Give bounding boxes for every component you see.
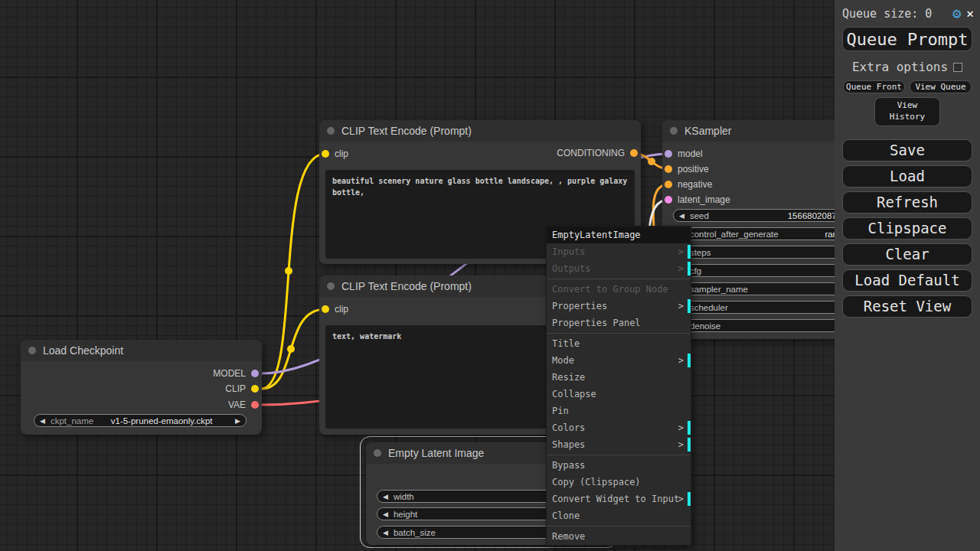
widget-label: ckpt_name [51,416,93,425]
menu-item-shapes[interactable]: Shapes > [547,436,691,453]
menu-item-mode[interactable]: Mode > [547,352,691,369]
left-arrow-icon[interactable]: ◀ [383,529,388,536]
node-canvas[interactable]: CLIP Text Encode (Prompt) clip CONDITION… [0,0,980,551]
widget-label: steps [690,248,711,257]
menu-item-remove[interactable]: Remove [547,528,691,545]
queue-front-button[interactable]: Queue Front [843,80,905,93]
port-label: positive [678,164,709,174]
model-port-dot-icon[interactable] [665,150,672,158]
node-title: Load Checkpoint [43,344,123,357]
widget-label: scheduler [690,303,728,312]
submenu-bar [688,262,691,276]
left-arrow-icon[interactable]: ◀ [383,510,388,518]
link-dot-icon[interactable] [648,158,655,165]
close-icon[interactable]: ✕ [966,8,974,20]
clipspace-button[interactable]: Clipspace [842,217,972,240]
comfyui-app: CLIP Text Encode (Prompt) clip CONDITION… [0,0,980,551]
port-label: model [678,148,703,159]
menu-item-convert-widget-to-input[interactable]: Convert Widget to Input > [547,491,691,507]
collapse-dot-icon[interactable] [670,127,678,135]
widget-scheduler[interactable]: ◀ scheduler ▶ [673,301,858,314]
widget-control-after-generate[interactable]: ◀ control_after_generate randomize ▶ [673,227,858,240]
port-label: CLIP [225,383,246,394]
menu-item-outputs: Outputs > [547,260,691,277]
link-dot-icon[interactable] [285,267,292,275]
submenu-bar [688,354,691,367]
node-title: KSampler [684,125,731,137]
queue-buttons-row: Queue Front View Queue [843,80,972,93]
left-arrow-icon[interactable]: ◀ [383,493,388,500]
collapse-dot-icon[interactable] [374,449,381,457]
menu-item-title[interactable]: Title [547,335,691,352]
clear-button[interactable]: Clear [842,243,972,266]
menu-separator [547,455,691,455]
latent-port-dot-icon[interactable] [665,196,672,204]
widget-cfg[interactable]: ◀ cfg ▶ [673,264,858,277]
input-port-positive[interactable]: positive [665,164,709,174]
clip-port-dot-icon[interactable] [322,150,329,158]
sidebar-header: Queue size: 0 ⚙ ✕ [835,0,980,21]
menu-item-pin[interactable]: Pin [547,403,691,419]
port-label: MODEL [213,368,246,379]
collapse-dot-icon[interactable] [327,282,335,290]
widget-label: cfg [690,266,701,276]
input-port-clip[interactable]: clip [322,304,348,315]
menu-item-properties[interactable]: Properties > [547,298,691,315]
load-button[interactable]: Load [842,165,972,187]
menu-item-properties-panel[interactable]: Properties Panel [547,315,691,331]
widget-ckpt-name[interactable]: ◀ ckpt_name v1-5-pruned-emaonly.ckpt ▶ [34,414,247,427]
view-history-button[interactable]: View History [874,97,940,126]
widget-value: 15668020871 [709,211,841,220]
link-dot-icon[interactable] [287,345,295,353]
output-port-vae[interactable]: VAE [228,399,259,410]
clip-port-dot-icon[interactable] [322,305,329,313]
output-port-model[interactable]: MODEL [213,368,259,379]
view-queue-button[interactable]: View Queue [910,80,972,93]
left-arrow-icon[interactable]: ◀ [40,417,45,425]
right-arrow-icon[interactable]: ▶ [235,417,240,425]
collapse-dot-icon[interactable] [28,347,36,354]
left-arrow-icon[interactable]: ◀ [679,212,684,220]
submenu-bar [688,421,691,435]
submenu-arrow-icon: > [678,298,684,315]
node-title-bar[interactable]: CLIP Text Encode (Prompt) [319,120,641,142]
widget-label: control_after_generate [690,230,779,239]
node-title-bar[interactable]: Load Checkpoint [21,340,262,361]
submenu-bar [688,492,691,506]
queue-size-label: Queue size: 0 [842,7,947,21]
menu-item-colors[interactable]: Colors > [547,419,691,436]
extra-options-checkbox[interactable] [953,63,962,72]
widget-seed[interactable]: ◀ seed 15668020871 ▶ [673,209,858,222]
port-label: clip [335,148,348,159]
port-label: negative [678,179,712,190]
input-port-negative[interactable]: negative [665,179,712,190]
reset-view-button[interactable]: Reset View [842,295,972,318]
conditioning-port-dot-icon[interactable] [665,181,672,188]
queue-prompt-button[interactable]: Queue Prompt [842,27,972,51]
widget-sampler-name[interactable]: ◀ sampler_name ▶ [673,282,858,295]
widget-label: denoise [690,321,720,331]
widget-steps[interactable]: ◀ steps ▶ [673,246,858,259]
menu-item-resize[interactable]: Resize [547,369,691,386]
vae-port-dot-icon[interactable] [251,401,259,409]
model-port-dot-icon[interactable] [251,370,259,377]
refresh-button[interactable]: Refresh [842,191,972,214]
input-port-clip[interactable]: clip [322,148,348,159]
menu-item-clone[interactable]: Clone [547,507,691,524]
output-port-clip[interactable]: CLIP [225,383,259,394]
settings-gear-icon[interactable]: ⚙ [952,6,961,21]
menu-item-collapse[interactable]: Collapse [547,386,691,403]
input-port-model[interactable]: model [665,148,703,159]
menu-item-copy-clipspace[interactable]: Copy (Clipspace) [547,474,691,491]
submenu-bar [688,245,691,259]
input-port-latent-image[interactable]: latent_image [665,194,730,205]
conditioning-port-dot-icon[interactable] [630,149,638,157]
clip-port-dot-icon[interactable] [251,385,259,393]
conditioning-port-dot-icon[interactable] [665,165,672,173]
output-port-conditioning[interactable]: CONDITIONING [557,148,638,158]
load-default-button[interactable]: Load Default [842,269,972,292]
menu-item-bypass[interactable]: Bypass [547,457,691,474]
collapse-dot-icon[interactable] [327,127,335,135]
widget-denoise[interactable]: ◀ denoise ▶ [673,319,858,332]
save-button[interactable]: Save [842,139,972,161]
